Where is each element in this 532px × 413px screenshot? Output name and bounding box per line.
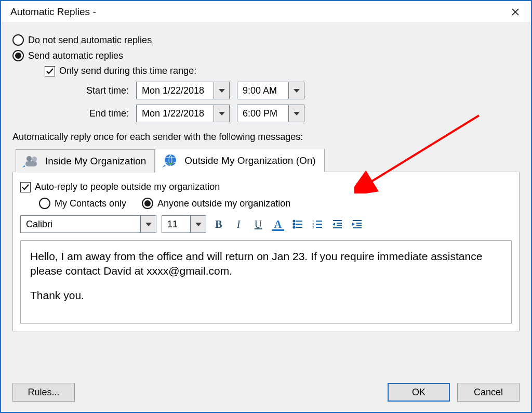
tab-inside-org-label: Inside My Organization bbox=[45, 156, 146, 167]
close-icon bbox=[511, 8, 520, 16]
option-anyone-outside[interactable]: Anyone outside my organization bbox=[142, 198, 290, 209]
bold-button[interactable]: B bbox=[211, 217, 226, 231]
option-do-not-send-label: Do not send automatic replies bbox=[28, 35, 152, 46]
svg-point-1 bbox=[32, 157, 37, 162]
people-icon bbox=[22, 154, 40, 169]
italic-button[interactable]: I bbox=[231, 217, 246, 231]
bullet-list-button[interactable] bbox=[290, 217, 305, 231]
start-date-combo[interactable]: Mon 1/22/2018 bbox=[136, 82, 230, 99]
checkmark-icon bbox=[46, 67, 54, 75]
number-list-button[interactable]: 123 bbox=[310, 217, 325, 231]
svg-text:3: 3 bbox=[312, 225, 314, 229]
checkmark-icon bbox=[21, 183, 30, 191]
font-value: Calibri bbox=[21, 216, 140, 233]
option-auto-reply-outside[interactable]: Auto-reply to people outside my organiza… bbox=[20, 182, 512, 192]
chevron-down-icon bbox=[145, 223, 152, 226]
tab-outside-org-label: Outside My Organization (On) bbox=[184, 155, 315, 166]
underline-button[interactable]: U bbox=[251, 217, 265, 231]
end-time-row: End time: Mon 1/22/2018 6:00 PM bbox=[66, 105, 520, 122]
end-time-combo[interactable]: 6:00 PM bbox=[237, 105, 304, 122]
svg-point-4 bbox=[293, 220, 295, 222]
radio-do-not-send[interactable] bbox=[12, 34, 24, 46]
outside-scope-options: My Contacts only Anyone outside my organ… bbox=[39, 198, 512, 209]
option-auto-reply-outside-label: Auto-reply to people outside my organiza… bbox=[35, 182, 220, 192]
number-list-icon: 123 bbox=[312, 218, 323, 230]
cancel-button[interactable]: Cancel bbox=[457, 383, 520, 402]
svg-point-6 bbox=[293, 223, 295, 225]
tab-outside-panel: Auto-reply to people outside my organiza… bbox=[12, 172, 520, 331]
bullet-list-icon bbox=[292, 218, 303, 230]
option-anyone-outside-label: Anyone outside my organization bbox=[157, 198, 290, 209]
option-send[interactable]: Send automatic replies bbox=[12, 50, 520, 61]
ok-button[interactable]: OK bbox=[388, 383, 450, 402]
start-time-combo[interactable]: 9:00 AM bbox=[237, 82, 304, 99]
start-time-label: Start time: bbox=[66, 85, 129, 96]
svg-marker-20 bbox=[332, 223, 335, 226]
start-date-dropdown-button[interactable] bbox=[214, 82, 229, 99]
font-size-value: 11 bbox=[162, 216, 190, 233]
time-range-grid: Start time: Mon 1/22/2018 9:00 AM End ti… bbox=[66, 82, 520, 122]
window-title: Automatic Replies - bbox=[10, 6, 96, 18]
tab-inside-org[interactable]: Inside My Organization bbox=[16, 149, 155, 173]
option-do-not-send[interactable]: Do not send automatic replies bbox=[12, 34, 520, 46]
svg-rect-2 bbox=[25, 161, 37, 166]
chevron-down-icon bbox=[195, 223, 202, 226]
checkbox-auto-reply-outside[interactable] bbox=[20, 182, 31, 192]
tab-strip: Inside My Organization Outside My Organi… bbox=[12, 149, 520, 172]
outdent-icon bbox=[331, 218, 343, 230]
close-button[interactable] bbox=[504, 3, 527, 21]
rules-button-label: Rules... bbox=[28, 387, 59, 398]
checkbox-only-time-range[interactable] bbox=[45, 66, 55, 76]
end-time-value: 6:00 PM bbox=[237, 105, 288, 122]
title-bar: Automatic Replies - bbox=[1, 1, 531, 23]
dialog-footer: Rules... OK Cancel bbox=[1, 376, 531, 412]
start-date-value: Mon 1/22/2018 bbox=[137, 82, 214, 99]
start-time-value: 9:00 AM bbox=[237, 82, 288, 99]
automatic-replies-dialog: Automatic Replies - Do not send automati… bbox=[0, 0, 532, 413]
option-my-contacts-label: My Contacts only bbox=[55, 198, 126, 209]
radio-anyone-outside[interactable] bbox=[142, 198, 153, 209]
outdent-button[interactable] bbox=[330, 217, 344, 231]
chevron-down-icon bbox=[294, 112, 300, 115]
radio-send[interactable] bbox=[12, 50, 24, 61]
tab-outside-org[interactable]: Outside My Organization (On) bbox=[155, 149, 324, 172]
tabs: Inside My Organization Outside My Organi… bbox=[12, 149, 520, 331]
indent-button[interactable] bbox=[350, 217, 364, 231]
font-size-combo[interactable]: 11 bbox=[162, 215, 206, 233]
chevron-down-icon bbox=[294, 89, 300, 93]
option-my-contacts[interactable]: My Contacts only bbox=[39, 198, 126, 209]
radio-my-contacts[interactable] bbox=[39, 198, 50, 209]
chevron-down-icon bbox=[219, 112, 225, 115]
start-time-row: Start time: Mon 1/22/2018 9:00 AM bbox=[66, 82, 520, 99]
format-toolbar: Calibri 11 B I U A 123 bbox=[20, 215, 512, 233]
option-send-label: Send automatic replies bbox=[28, 50, 123, 61]
end-time-label: End time: bbox=[66, 108, 129, 119]
svg-point-8 bbox=[293, 226, 295, 228]
end-date-dropdown-button[interactable] bbox=[214, 105, 229, 122]
font-color-button[interactable]: A bbox=[271, 217, 285, 231]
font-size-dropdown-button[interactable] bbox=[190, 216, 206, 233]
message-paragraph: Thank you. bbox=[30, 288, 502, 303]
globe-icon bbox=[162, 153, 179, 168]
rules-button[interactable]: Rules... bbox=[12, 383, 75, 402]
end-time-dropdown-button[interactable] bbox=[288, 105, 304, 122]
message-paragraph: Hello, I am away from the office and wil… bbox=[30, 249, 502, 279]
svg-point-0 bbox=[26, 156, 32, 161]
end-date-combo[interactable]: Mon 1/22/2018 bbox=[136, 105, 230, 122]
chevron-down-icon bbox=[219, 89, 225, 93]
font-dropdown-button[interactable] bbox=[140, 216, 156, 233]
ok-button-label: OK bbox=[412, 387, 425, 398]
message-editor[interactable]: Hello, I am away from the office and wil… bbox=[20, 240, 512, 324]
font-combo[interactable]: Calibri bbox=[20, 215, 156, 233]
option-only-time-range[interactable]: Only send during this time range: bbox=[45, 66, 520, 76]
section-instructions: Automatically reply once for each sender… bbox=[12, 132, 520, 143]
option-only-time-range-label: Only send during this time range: bbox=[59, 66, 196, 76]
start-time-dropdown-button[interactable] bbox=[288, 82, 304, 99]
indent-icon bbox=[351, 218, 363, 230]
end-date-value: Mon 1/22/2018 bbox=[137, 105, 214, 122]
cancel-button-label: Cancel bbox=[474, 387, 503, 398]
svg-marker-25 bbox=[352, 223, 355, 226]
